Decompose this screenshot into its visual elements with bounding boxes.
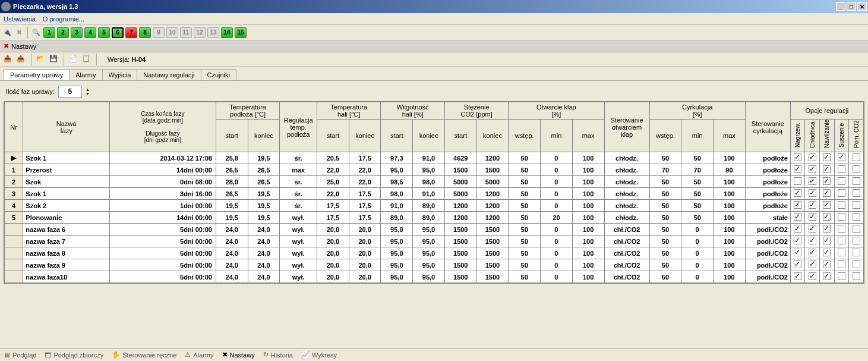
channel-button-3[interactable]: 3 bbox=[71, 27, 83, 38]
checkbox-cell[interactable] bbox=[834, 236, 849, 247]
table-row[interactable]: 5Plonowanie14dni 00:0019,519,5wył.17,517… bbox=[5, 212, 864, 224]
checkbox[interactable] bbox=[823, 201, 831, 209]
checkbox-cell[interactable] bbox=[849, 152, 864, 164]
cell[interactable]: chł./CO2 bbox=[604, 236, 649, 247]
checkbox-cell[interactable] bbox=[820, 259, 835, 271]
cell[interactable]: 1200 bbox=[476, 212, 509, 224]
checkbox-cell[interactable] bbox=[834, 212, 849, 224]
paste-icon[interactable]: 📋 bbox=[82, 55, 91, 64]
checkbox-cell[interactable] bbox=[820, 152, 835, 164]
cell[interactable]: śr. bbox=[280, 188, 317, 200]
cell[interactable]: 100 bbox=[714, 247, 746, 259]
spinner-icon[interactable]: ▲▼ bbox=[86, 87, 90, 96]
tab-3[interactable]: Nastawy regulacji bbox=[137, 69, 201, 80]
cell[interactable]: 22,0 bbox=[349, 176, 381, 188]
cell[interactable]: 98,0 bbox=[413, 176, 445, 188]
cell[interactable]: 22,0 bbox=[317, 188, 349, 200]
cell[interactable]: 1500 bbox=[476, 271, 509, 283]
cell[interactable]: 91,0 bbox=[381, 200, 413, 212]
cell[interactable]: chł./CO2 bbox=[604, 259, 649, 271]
cell[interactable]: 100 bbox=[572, 212, 604, 224]
open-icon[interactable]: 📂 bbox=[36, 55, 46, 64]
cell[interactable]: 19,5 bbox=[248, 188, 280, 200]
cell[interactable]: śr. bbox=[280, 176, 317, 188]
cell[interactable]: 50 bbox=[681, 188, 714, 200]
cell[interactable]: 20,0 bbox=[349, 259, 381, 271]
cell[interactable]: 1200 bbox=[476, 152, 509, 164]
cell[interactable]: 90 bbox=[714, 164, 746, 176]
checkbox[interactable] bbox=[823, 189, 831, 197]
cell[interactable]: stałe bbox=[745, 212, 790, 224]
download-icon[interactable]: 📥 bbox=[4, 55, 13, 64]
cell[interactable]: 100 bbox=[572, 236, 604, 247]
checkbox-cell[interactable] bbox=[805, 200, 820, 212]
cell[interactable]: 100 bbox=[714, 259, 746, 271]
cell[interactable]: 3 bbox=[5, 188, 23, 200]
cell[interactable]: 5dni 00:00 bbox=[109, 224, 216, 236]
close-button[interactable]: ✕ bbox=[857, 2, 867, 11]
cell[interactable]: nazwa faza 6 bbox=[23, 224, 109, 236]
cell[interactable]: 25,0 bbox=[317, 176, 349, 188]
checkbox[interactable] bbox=[823, 153, 831, 161]
cell[interactable]: 50 bbox=[649, 212, 681, 224]
cell[interactable]: 5dni 00:00 bbox=[109, 271, 216, 283]
cell[interactable]: 0 bbox=[541, 247, 573, 259]
channel-button-2[interactable]: 2 bbox=[57, 27, 69, 38]
checkbox-cell[interactable] bbox=[820, 224, 835, 236]
cell[interactable]: 2014-03-12 17:08 bbox=[109, 152, 216, 164]
cell[interactable]: 26,5 bbox=[248, 176, 280, 188]
cell[interactable]: 17,5 bbox=[349, 152, 381, 164]
checkbox[interactable] bbox=[794, 249, 801, 256]
checkbox[interactable] bbox=[809, 153, 816, 161]
channel-button-15[interactable]: 15 bbox=[235, 27, 247, 38]
cell[interactable]: 24,0 bbox=[248, 247, 280, 259]
cell[interactable]: 25,8 bbox=[216, 152, 248, 164]
channel-button-1[interactable]: 1 bbox=[43, 27, 55, 38]
tab-4[interactable]: Czujniki bbox=[201, 69, 237, 80]
checkbox-cell[interactable] bbox=[805, 247, 820, 259]
table-row[interactable]: 1Przerost14dni 00:0026,526,5max22,022,09… bbox=[5, 164, 864, 176]
checkbox[interactable] bbox=[809, 249, 816, 256]
checkbox[interactable] bbox=[794, 237, 801, 244]
cell[interactable]: 50 bbox=[509, 200, 541, 212]
cell[interactable]: podłoże bbox=[745, 152, 790, 164]
checkbox-cell[interactable] bbox=[790, 164, 805, 176]
cell[interactable]: podł./CO2 bbox=[745, 247, 790, 259]
checkbox[interactable] bbox=[809, 189, 816, 197]
tools-icon[interactable]: ✖ bbox=[14, 28, 24, 37]
connect-icon[interactable]: 🔌 bbox=[2, 28, 12, 37]
status-item-6[interactable]: 📈 Wykresy bbox=[301, 351, 337, 359]
checkbox-cell[interactable] bbox=[834, 176, 849, 188]
tab-1[interactable]: Alarmy bbox=[69, 69, 102, 80]
cell[interactable]: 95,0 bbox=[413, 164, 445, 176]
cell[interactable]: 95,0 bbox=[413, 236, 445, 247]
cell[interactable] bbox=[5, 224, 23, 236]
checkbox[interactable] bbox=[823, 272, 831, 280]
cell[interactable]: podł./CO2 bbox=[745, 259, 790, 271]
cell[interactable]: 0 bbox=[541, 164, 573, 176]
cell[interactable]: 100 bbox=[714, 224, 746, 236]
cell[interactable]: 5 bbox=[5, 212, 23, 224]
table-row[interactable]: 4Szok 21dni 00:0019,519,5śr.17,517,591,0… bbox=[5, 200, 864, 212]
cell[interactable]: 5000 bbox=[476, 176, 509, 188]
checkbox-cell[interactable] bbox=[834, 259, 849, 271]
cell[interactable]: 100 bbox=[572, 247, 604, 259]
checkbox-cell[interactable] bbox=[834, 200, 849, 212]
checkbox[interactable] bbox=[794, 189, 801, 197]
cell[interactable]: 24,0 bbox=[216, 247, 248, 259]
cell[interactable]: 19,5 bbox=[248, 200, 280, 212]
menu-about[interactable]: O programie... bbox=[43, 15, 84, 23]
checkbox-cell[interactable] bbox=[790, 236, 805, 247]
cell[interactable]: 0 bbox=[681, 271, 714, 283]
cell[interactable]: 5000 bbox=[444, 176, 476, 188]
cell[interactable] bbox=[5, 271, 23, 283]
tab-2[interactable]: Wyjścia bbox=[102, 69, 138, 80]
checkbox-cell[interactable] bbox=[805, 236, 820, 247]
checkbox-cell[interactable] bbox=[805, 212, 820, 224]
cell[interactable]: 20,0 bbox=[349, 271, 381, 283]
checkbox-cell[interactable] bbox=[834, 164, 849, 176]
cell[interactable]: 100 bbox=[714, 271, 746, 283]
checkbox[interactable] bbox=[809, 260, 816, 268]
checkbox-cell[interactable] bbox=[849, 236, 864, 247]
cell[interactable]: 20,0 bbox=[317, 236, 349, 247]
